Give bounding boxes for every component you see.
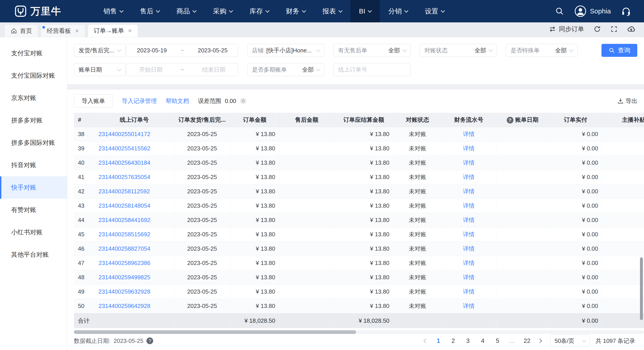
sidebar-item-有赞对账[interactable]: 有赞对账 — [0, 199, 67, 221]
help-doc-link[interactable]: 帮助文档 — [166, 97, 189, 105]
search-icon[interactable] — [555, 6, 564, 16]
page-size-select[interactable]: 50条/页 — [550, 335, 590, 347]
vertical-scrollbar-thumb[interactable] — [640, 257, 643, 320]
col-header-订单金额[interactable]: 订单金额 — [230, 113, 280, 127]
col-header-账单日期[interactable]: ?账单日期 — [496, 113, 549, 127]
detail-link[interactable]: 详情 — [463, 288, 475, 295]
page-4[interactable]: 4 — [477, 335, 488, 347]
help-icon[interactable]: ? — [146, 338, 153, 344]
bill-date-type-select[interactable]: 账单日期 — [74, 63, 126, 76]
order-no-link[interactable]: 2314400258827054 — [98, 245, 150, 252]
horizontal-scrollbar-thumb[interactable] — [74, 330, 356, 334]
refresh-icon[interactable] — [594, 25, 601, 33]
sidebar-item-拼多多对账[interactable]: 拼多多对账 — [0, 109, 67, 132]
order-no-link[interactable]: 2314400258515692 — [98, 231, 150, 238]
close-icon[interactable]: × — [75, 27, 79, 34]
col-header-线上订单号[interactable]: 线上订单号 — [94, 113, 174, 127]
menu-item-库存[interactable]: 库存 — [241, 0, 278, 22]
order-no-link[interactable]: 2314400258148054 — [98, 202, 150, 209]
headset-icon[interactable] — [621, 6, 632, 16]
col-header-订单应结算金额[interactable]: 订单应结算金额 — [334, 113, 394, 127]
aftersale-select[interactable]: 有无售后单 全部 — [334, 44, 411, 57]
detail-link[interactable]: 详情 — [463, 217, 475, 223]
col-header-售后金额[interactable]: 售后金额 — [280, 113, 334, 127]
col-header-订单实付[interactable]: 订单实付 — [549, 113, 602, 127]
gear-icon[interactable] — [240, 98, 246, 104]
sidebar-item-其他平台对账[interactable]: 其他平台对账 — [0, 244, 67, 266]
detail-link[interactable]: 详情 — [463, 159, 475, 166]
order-no-link[interactable]: 2314400256430184 — [98, 159, 150, 166]
order-no-link[interactable]: 2314400257635054 — [98, 174, 150, 180]
chevron-left-icon[interactable] — [424, 339, 428, 343]
detail-link[interactable]: 详情 — [463, 145, 475, 152]
detail-link[interactable]: 详情 — [463, 274, 475, 281]
detail-link[interactable]: 详情 — [463, 202, 475, 209]
sidebar-item-支付宝对账[interactable]: 支付宝对账 — [0, 42, 67, 64]
order-no-link[interactable]: 2314400255014172 — [98, 131, 150, 137]
order-no-link[interactable]: 2314400258112592 — [98, 188, 150, 195]
menu-item-设置[interactable]: 设置 — [416, 0, 453, 22]
detail-link[interactable]: 详情 — [463, 303, 475, 309]
menu-item-销售[interactable]: 销售 — [95, 0, 132, 22]
menu-item-财务[interactable]: 财务 — [278, 0, 314, 22]
chevron-right-icon[interactable] — [538, 339, 542, 343]
detail-link[interactable]: 详情 — [463, 260, 475, 266]
order-no-input[interactable] — [334, 63, 411, 76]
detail-link[interactable]: 详情 — [463, 131, 475, 137]
special-order-select[interactable]: 是否特殊单 全部 — [506, 44, 578, 57]
page-2[interactable]: 2 — [448, 335, 459, 347]
tab-订单→账单[interactable]: 订单→账单× — [88, 24, 138, 37]
col-header-订单发货/售后完...[interactable]: 订单发货/售后完... — [174, 113, 230, 127]
tab-经营看板[interactable]: 经营看板× — [41, 24, 85, 37]
shop-select[interactable]: 店铺 [快手小店]Hone... — [247, 44, 324, 57]
date-type-select[interactable]: 发货/售后完... — [74, 44, 126, 57]
col-header-对账状态[interactable]: 对账状态 — [394, 113, 442, 127]
search-button[interactable]: 查询 — [602, 44, 637, 57]
page-1[interactable]: 1 — [432, 335, 444, 347]
menu-item-BI[interactable]: BI — [350, 0, 380, 22]
menu-item-分销[interactable]: 分销 — [380, 0, 416, 22]
col-header-主播补贴[interactable]: 主播补贴 — [602, 113, 644, 127]
brand[interactable]: 万里牛 — [15, 5, 61, 18]
page-5[interactable]: 5 — [492, 335, 504, 347]
tab-home[interactable]: 首页 — [4, 24, 38, 37]
sidebar-item-快手对账[interactable]: 快手对账 — [0, 176, 67, 199]
order-no-link[interactable]: 2314400259499825 — [98, 274, 150, 281]
detail-link[interactable]: 详情 — [463, 231, 475, 238]
close-icon[interactable]: × — [128, 27, 132, 34]
page-3[interactable]: 3 — [462, 335, 474, 347]
sidebar-item-小红书对账[interactable]: 小红书对账 — [0, 221, 67, 244]
order-no-link[interactable]: 2314400259632928 — [98, 288, 150, 295]
multi-period-select[interactable]: 是否多期账单 全部 — [247, 63, 324, 76]
bill-date-range-picker[interactable]: 开始日期 ~ 结束日期 — [126, 63, 238, 76]
error-range-label: 误差范围 — [198, 97, 221, 105]
fullscreen-icon[interactable] — [610, 25, 618, 33]
order-no-link[interactable]: 2314400255415562 — [98, 145, 150, 152]
import-records-link[interactable]: 导入记录管理 — [122, 97, 157, 105]
menu-item-报表[interactable]: 报表 — [314, 0, 350, 22]
order-no-link[interactable]: 2314400259642928 — [98, 303, 150, 309]
sync-orders-button[interactable]: 同步订单 — [548, 25, 584, 33]
col-header-财务流水号[interactable]: 财务流水号 — [442, 113, 496, 127]
export-button[interactable]: 导出 — [617, 97, 637, 105]
import-bill-button[interactable]: 导入账单 — [74, 94, 113, 107]
page-22[interactable]: 22 — [521, 335, 533, 347]
detail-link[interactable]: 详情 — [463, 245, 475, 252]
sidebar-item-抖音对账[interactable]: 抖音对账 — [0, 154, 67, 176]
menu-item-商品[interactable]: 商品 — [168, 0, 204, 22]
detail-link[interactable]: 详情 — [463, 188, 475, 195]
menu-item-采购[interactable]: 采购 — [204, 0, 241, 22]
cloud-upload-icon[interactable] — [627, 25, 636, 33]
sidebar-item-拼多多国际对账[interactable]: 拼多多国际对账 — [0, 132, 67, 154]
sidebar-item-支付宝国际对账[interactable]: 支付宝国际对账 — [0, 64, 67, 87]
ship-date-range-picker[interactable]: 2023-05-19 ~ 2023-05-25 — [126, 44, 238, 57]
order-no-link[interactable]: 2314400258441692 — [98, 217, 150, 223]
order-no-link[interactable]: 2314400258962386 — [98, 260, 150, 266]
menu-item-售后[interactable]: 售后 — [132, 0, 168, 22]
recon-status-select[interactable]: 对账状态 全部 — [420, 44, 497, 57]
page-ellipsis[interactable]: ... — [506, 335, 518, 347]
sidebar-item-京东对账[interactable]: 京东对账 — [0, 87, 67, 109]
col-header-#[interactable]: # — [74, 113, 94, 127]
user-menu[interactable]: Sophia — [574, 5, 611, 17]
detail-link[interactable]: 详情 — [463, 174, 475, 180]
